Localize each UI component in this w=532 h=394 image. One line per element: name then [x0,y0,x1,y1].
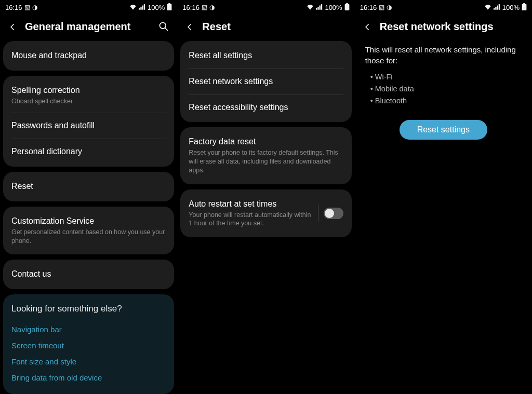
header: Reset [177,15,354,41]
row-personal-dictionary[interactable]: Personal dictionary [3,139,174,165]
svg-rect-0 [139,8,140,9]
suggestion-link-screen-timeout[interactable]: Screen timeout [11,337,166,354]
row-contact-us[interactable]: Contact us [3,262,174,287]
row-label: Reset [11,181,166,192]
svg-rect-13 [494,8,495,9]
status-time: 16:16 [5,4,22,11]
back-button[interactable] [7,22,18,32]
row-label: Passwords and autofill [11,120,166,131]
back-button[interactable] [362,22,373,32]
row-customization-service[interactable]: Customization Service Get personalized c… [3,209,174,253]
suggestion-link-bring-data[interactable]: Bring data from old device [11,370,166,386]
wifi-icon [484,4,491,11]
screen-reset: 16:16 ▧ ◑ 100% Reset Reset all settings [177,0,354,394]
row-label: Factory data reset [189,137,343,147]
image-icon: ▧ [24,4,30,11]
page-title: General management [25,21,151,33]
row-auto-restart[interactable]: Auto restart at set times Your phone wil… [180,192,351,236]
signal-icon [494,4,500,11]
signal-icon [139,4,145,11]
row-subtitle: Gboard spell checker [11,97,166,106]
svg-rect-1 [140,7,141,10]
row-passwords-autofill[interactable]: Passwords and autofill [3,113,174,139]
row-label: Auto restart at set times [189,199,311,210]
svg-rect-8 [318,7,319,10]
row-spelling-correction[interactable]: Spelling correction Gboard spell checker [3,78,174,113]
status-bar: 16:16 ▧ ◑ 100% [355,0,532,15]
toggle-knob [325,209,334,218]
description-text: This will reset all network settings, in… [356,41,531,66]
row-label: Spelling correction [11,85,166,96]
suggestions-title: Looking for something else? [11,304,166,314]
image-icon: ▧ [379,4,384,11]
header: Reset network settings [355,15,532,41]
svg-rect-4 [169,3,171,4]
auto-restart-toggle[interactable] [324,208,343,219]
svg-rect-11 [346,3,348,4]
wifi-icon [129,4,137,11]
bullet-bluetooth: Bluetooth [370,95,522,107]
battery-icon [522,3,527,12]
row-reset[interactable]: Reset [3,174,174,199]
suggestions-card: Looking for something else? Navigation b… [3,294,174,394]
svg-rect-10 [321,4,322,10]
reset-settings-button[interactable]: Reset settings [400,120,487,140]
row-label: Reset all settings [189,50,343,61]
moon-icon: ◑ [387,4,392,11]
battery-pct: 100% [325,4,342,11]
screen-general-management: 16:16 ▧ ◑ 100% General management [0,0,177,394]
status-bar: 16:16 ▧ ◑ 100% [0,0,177,15]
wifi-icon [307,4,314,11]
battery-icon [167,3,172,12]
row-reset-all[interactable]: Reset all settings [180,43,351,69]
row-label: Reset accessibility settings [189,102,343,113]
svg-rect-7 [316,8,317,9]
battery-pct: 100% [148,4,165,11]
status-time: 16:16 [182,4,200,11]
svg-rect-5 [167,4,172,10]
back-button[interactable] [184,22,195,32]
search-button[interactable] [158,21,170,33]
page-title: Reset network settings [380,21,525,33]
svg-rect-16 [498,4,499,10]
header: General management [0,15,177,41]
svg-rect-2 [142,5,143,9]
status-time: 16:16 [360,4,377,11]
svg-rect-15 [497,5,498,9]
bullet-list: Wi-Fi Mobile data Bluetooth [356,66,531,107]
svg-rect-9 [320,5,321,9]
row-subtitle: Get personalized content based on how yo… [11,228,166,246]
row-label: Mouse and trackpad [11,50,166,61]
moon-icon: ◑ [32,4,37,11]
signal-icon [316,4,323,11]
row-label: Reset network settings [189,76,343,87]
moon-icon: ◑ [209,4,215,11]
svg-rect-18 [522,4,527,10]
row-label: Customization Service [11,216,166,227]
svg-rect-3 [144,4,145,10]
screen-reset-network: 16:16 ▧ ◑ 100% Reset network settings Th… [355,0,532,394]
suggestion-link-font-size[interactable]: Font size and style [11,354,166,370]
suggestion-link-navigation-bar[interactable]: Navigation bar [11,321,166,337]
divider-vertical [318,205,318,222]
row-reset-network[interactable]: Reset network settings [180,69,351,94]
row-label: Contact us [11,269,166,280]
svg-rect-14 [495,7,496,10]
status-bar: 16:16 ▧ ◑ 100% [177,0,354,15]
page-title: Reset [202,21,347,33]
battery-icon [344,3,350,12]
svg-rect-12 [344,4,349,10]
svg-rect-17 [523,3,525,4]
bullet-wifi: Wi-Fi [370,71,522,83]
row-label: Personal dictionary [11,146,166,157]
row-reset-accessibility[interactable]: Reset accessibility settings [180,95,351,120]
row-mouse-trackpad[interactable]: Mouse and trackpad [3,43,174,69]
image-icon: ▧ [202,4,207,11]
row-subtitle: Reset your phone to its factory default … [189,148,343,175]
row-factory-reset[interactable]: Factory data reset Reset your phone to i… [180,129,351,182]
bullet-mobile-data: Mobile data [370,83,522,95]
row-subtitle: Your phone will restart automatically wi… [189,211,311,228]
battery-pct: 100% [502,4,520,11]
